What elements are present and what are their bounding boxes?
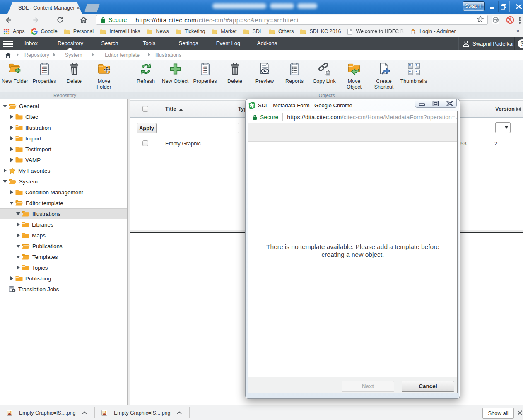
vertical-splitter[interactable] — [127, 99, 130, 405]
popup-minimize-button[interactable] — [415, 99, 429, 107]
bookmark-item[interactable]: SDL — [243, 29, 263, 34]
tree-toggle-icon[interactable] — [9, 126, 14, 130]
tree-toggle-icon[interactable] — [15, 256, 21, 258]
nav-item-inbox[interactable]: Inbox — [24, 37, 38, 50]
column-title[interactable]: Title — [165, 106, 176, 112]
breadcrumb-item[interactable]: System — [65, 50, 82, 60]
preview-button[interactable]: Preview — [250, 62, 279, 84]
forward-button[interactable] — [31, 15, 41, 24]
next-button[interactable]: Next — [342, 381, 394, 392]
bookmark-item[interactable]: Google — [31, 28, 58, 35]
window-minimize-button[interactable] — [489, 2, 496, 11]
nav-item-search[interactable]: Search — [101, 37, 118, 50]
chrome-menu-icon[interactable] — [519, 17, 521, 24]
chevron-up-icon[interactable] — [82, 411, 87, 415]
breadcrumb-item[interactable]: Repository — [24, 50, 49, 60]
chrome-profile-badge[interactable]: Swapnil — [463, 1, 485, 11]
chevron-up-icon[interactable] — [176, 411, 182, 415]
tree-toggle-icon[interactable] — [2, 180, 8, 183]
tree-toggle-icon[interactable] — [15, 245, 21, 248]
nav-item-tools[interactable]: Tools — [143, 37, 155, 50]
tree-item-system[interactable]: System — [0, 176, 127, 187]
tree-toggle-icon[interactable] — [9, 190, 14, 194]
tree-item-general[interactable]: General — [0, 101, 127, 111]
popup-restore-button[interactable] — [429, 99, 443, 107]
tree-toggle-icon[interactable] — [2, 169, 8, 173]
tree-item-publishing[interactable]: Publishing — [0, 273, 127, 284]
properties-button[interactable]: Properties — [190, 62, 219, 84]
apply-filter-button[interactable]: Apply — [137, 123, 157, 133]
row-checkbox[interactable] — [142, 140, 148, 146]
bookmark-item[interactable]: Welcome to HDFC B — [347, 29, 404, 35]
bookmark-item[interactable]: Login - Adminer — [410, 29, 456, 35]
collapse-columns-icon[interactable] — [516, 107, 521, 111]
tree-item-topics[interactable]: Topics — [0, 262, 127, 273]
reload-button[interactable] — [55, 15, 65, 24]
tree-item-illustration[interactable]: Illustration — [0, 122, 127, 133]
bookmarks-overflow-icon[interactable]: » — [516, 27, 520, 34]
new-tab-button[interactable] — [84, 4, 100, 12]
tree-item-illustrations[interactable]: Illustrations — [0, 208, 127, 219]
download-item[interactable]: Empty Graphic=IS....png — [95, 405, 182, 420]
bookmark-star-icon[interactable] — [477, 15, 484, 24]
breadcrumb-item[interactable]: Illustrations — [155, 50, 181, 60]
version-filter-dropdown[interactable] — [495, 122, 511, 133]
tree-item-my-favorites[interactable]: My Favorites — [0, 165, 127, 176]
nav-item-settings[interactable]: Settings — [179, 37, 198, 50]
tab-close-icon[interactable]: × — [77, 5, 80, 11]
cancel-button[interactable]: Cancel — [402, 381, 454, 392]
downloads-close-icon[interactable] — [517, 408, 523, 418]
breadcrumb-home-icon[interactable] — [5, 53, 11, 58]
window-restore-button[interactable] — [500, 2, 507, 11]
tree-item-condition-management[interactable]: Condition Management — [0, 187, 127, 198]
move-folder-button[interactable]: MoveFolder — [89, 62, 118, 90]
new-object-button[interactable]: New Object — [161, 62, 190, 84]
tree-toggle-icon[interactable] — [9, 202, 14, 205]
delete-button[interactable]: Delete — [220, 62, 249, 84]
properties-button[interactable]: Properties — [30, 62, 59, 84]
copy-link-button[interactable]: Copy Link — [310, 62, 339, 84]
popup-close-button[interactable] — [443, 99, 456, 107]
tree-toggle-icon[interactable] — [9, 276, 14, 280]
tree-item-citec[interactable]: Citec — [0, 111, 127, 122]
delete-button[interactable]: Delete — [60, 62, 89, 84]
tree-item-templates[interactable]: Templates — [0, 251, 127, 262]
show-all-downloads-button[interactable]: Show all — [482, 408, 514, 419]
tree-item-maps[interactable]: Maps — [0, 230, 127, 241]
bookmark-item[interactable]: SDL KC 2016 — [300, 29, 341, 34]
address-bar[interactable]: Secure https://dita.citec.com/citec-cm/#… — [96, 15, 488, 25]
tree-toggle-icon[interactable] — [15, 212, 21, 215]
refresh-button[interactable]: Refresh — [131, 62, 160, 84]
tree-item-publications[interactable]: Publications — [0, 241, 127, 251]
browser-tab[interactable]: SDL - Content Manager × — [7, 2, 82, 14]
home-button[interactable] — [79, 15, 88, 24]
breadcrumb-item[interactable]: Editor template — [105, 50, 140, 60]
tree-toggle-icon[interactable] — [2, 105, 8, 108]
tree-toggle-icon[interactable] — [9, 136, 14, 140]
column-version[interactable]: Version — [495, 106, 515, 112]
create-shortcut-button[interactable]: CreateShortcut — [369, 62, 398, 90]
nav-item-event-log[interactable]: Event Log — [216, 37, 241, 50]
nav-item-add-ons[interactable]: Add-ons — [257, 37, 277, 50]
move-object-button[interactable]: MoveObject — [340, 62, 369, 90]
bookmark-item[interactable]: Apps — [3, 29, 25, 35]
select-all-checkbox[interactable] — [142, 106, 148, 112]
bookmark-item[interactable]: News — [147, 29, 169, 34]
tree-item-libraries[interactable]: Libraries — [0, 219, 127, 230]
tree-item-translation-jobs[interactable]: Translation Jobs — [0, 284, 127, 294]
bookmark-item[interactable]: Others — [269, 29, 294, 34]
extension-blocker-icon[interactable] — [506, 15, 515, 24]
download-item[interactable]: Empty Graphic=IS....png — [0, 405, 87, 420]
tree-toggle-icon[interactable] — [9, 158, 14, 162]
back-button[interactable] — [4, 15, 13, 24]
thumbnails-button[interactable]: Thumbnails — [399, 62, 428, 84]
tree-toggle-icon[interactable] — [15, 266, 21, 270]
popup-address-bar[interactable]: Secure https://dita.citec.com/citec-cm/H… — [248, 111, 457, 123]
hamburger-menu-icon[interactable] — [3, 41, 13, 48]
tree-item-vamp[interactable]: VAMP — [0, 154, 127, 165]
tree-toggle-icon[interactable] — [9, 147, 14, 151]
tree-item-testimport[interactable]: TestImport — [0, 144, 127, 154]
tree-item-import[interactable]: Import — [0, 133, 127, 144]
bookmark-item[interactable]: Personal — [64, 29, 94, 34]
tree-item-editor-template[interactable]: Editor template — [0, 198, 127, 208]
